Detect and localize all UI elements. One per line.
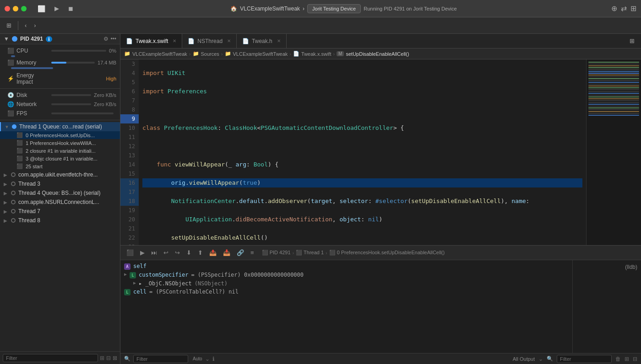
process-dot: [12, 36, 17, 42]
thread-4-item[interactable]: ▶ Thread 4 Queue: BS...ice) (serial): [0, 188, 120, 198]
fps-metric[interactable]: ⬛FPS: [0, 109, 120, 118]
tab-nsthread[interactable]: 📄 NSThread ✕: [182, 34, 237, 48]
sidebar-filter-input[interactable]: [3, 354, 98, 362]
running-label: Running PID 4291 on Jorit Testing Device: [364, 6, 456, 11]
debug-breadcrumb-thread: ⬛ Thread 1: [296, 250, 324, 256]
var-nsobject-name: ▸ _ObjC.NSObject: [139, 280, 192, 287]
debug-view-btn[interactable]: 📤: [207, 248, 219, 257]
output-filter-input[interactable]: [557, 355, 612, 363]
tab-tweak-swift-close[interactable]: ✕: [173, 38, 176, 43]
add-button[interactable]: ⊕: [611, 4, 617, 13]
thread-8-item[interactable]: ▶ Thread 8: [0, 216, 120, 225]
auto-dropdown-btn[interactable]: ⌄: [205, 356, 210, 362]
breadcrumb-method[interactable]: setUpDisableEnableAllCell(): [346, 51, 409, 57]
ln-10: 10: [120, 123, 139, 133]
debug-up-btn[interactable]: ⬆: [196, 248, 205, 257]
mm-l4: [588, 67, 639, 68]
debug-eq-btn[interactable]: ≡: [248, 248, 256, 257]
output-dropdown-btn[interactable]: ⌄: [538, 356, 543, 362]
nav-forward-button[interactable]: ›: [31, 20, 38, 31]
sidebar-toggle-button[interactable]: ⬜: [35, 3, 48, 14]
var-nsobject[interactable]: ▶ ▸ _ObjC.NSObject (NSObject): [124, 279, 569, 288]
mm-l12: [588, 82, 639, 83]
debug-step-out-btn[interactable]: ↪: [173, 248, 182, 257]
var-customspecifier-name: customSpecifier: [139, 272, 188, 278]
stop-button[interactable]: ◼: [65, 3, 76, 14]
energy-icon: ⚡: [7, 75, 14, 82]
breadcrumb-sub-project[interactable]: VLCExampleSwiftTweak: [233, 51, 288, 57]
debug-filter-input[interactable]: [133, 355, 188, 363]
thread-1-sub-25-label: 25 start: [26, 164, 43, 169]
sidebar-more-button[interactable]: •••: [110, 36, 116, 42]
sidebar-settings-button[interactable]: ⚙: [103, 36, 109, 42]
energy-metric[interactable]: ⚡Energy Impact High: [0, 71, 120, 86]
network-metric[interactable]: 🌐Network Zero KB/s: [0, 100, 120, 109]
breadcrumb-method-marker[interactable]: M: [337, 51, 344, 56]
mm-l30: [588, 115, 639, 116]
var-customspecifier[interactable]: ▶ L customSpecifier = (PSSpecifier) 0x00…: [124, 271, 569, 279]
play-button[interactable]: ▶: [52, 3, 62, 14]
breadcrumb-file[interactable]: Tweak.x.swift: [301, 51, 331, 57]
mm-l8: [588, 75, 639, 75]
debug-step-over-btn[interactable]: ⏭: [149, 248, 159, 257]
thread-1-sub-2[interactable]: ⬛ 2 closure #1 in variable initiali...: [0, 147, 120, 155]
mm-l23: [588, 102, 639, 103]
debug-activate-btn[interactable]: ⬛: [124, 248, 136, 257]
breadcrumb-sources[interactable]: Sources: [201, 51, 219, 57]
disk-metric[interactable]: 💿Disk Zero KB/s: [0, 91, 120, 100]
tab-tweak-swift[interactable]: 📄 Tweak.x.swift ✕: [120, 34, 182, 48]
split-button[interactable]: ⇄: [621, 4, 627, 13]
ln-17: 17: [120, 187, 139, 197]
var-customspecifier-value: = (PSSpecifier) 0x0000000000000000: [191, 272, 304, 278]
grid-button[interactable]: ⊞: [4, 20, 14, 31]
debug-breadcrumb-trail: ⬛ PID 4291 › ⬛ Thread 1 › ⬛ 0 Preference…: [262, 250, 445, 256]
code-content[interactable]: import UIKit import Preferences class Pr…: [139, 59, 586, 245]
output-settings-btn[interactable]: ⊟: [633, 356, 637, 362]
debug-link-btn[interactable]: 🔗: [234, 248, 246, 257]
filter-info-btn[interactable]: ℹ: [212, 356, 215, 362]
thread-1-item[interactable]: ▼ Thread 1 Queue: co...read (serial): [0, 122, 120, 131]
debug-down-btn[interactable]: ⬇: [184, 248, 194, 257]
panel-button[interactable]: ⊞: [630, 4, 636, 13]
sidebar-filter-btn-1[interactable]: ⊞: [100, 355, 104, 361]
thread-1-sub-1[interactable]: ⬛ 1 PreferencesHook.viewWillA...: [0, 139, 120, 147]
debug-step-in-btn[interactable]: ↩: [161, 248, 171, 257]
thread-1-sub-25[interactable]: ⬛ 25 start: [0, 162, 120, 170]
memory-metric[interactable]: ⬛Memory 17.4 MB: [0, 58, 120, 67]
tab-tweak-swift-icon: 📄: [126, 38, 133, 44]
titlebar-center: 🏠 VLCExampleSwiftTweak › Jorit Testing D…: [80, 4, 608, 13]
nsurl-thread-item[interactable]: ▶ com.apple.NSURLConnectionL...: [0, 198, 120, 207]
mm-l29: [588, 113, 639, 114]
thread-3-item[interactable]: ▶ Thread 3: [0, 179, 120, 188]
editor-layout-btn[interactable]: ⊞: [627, 34, 637, 48]
breadcrumb-project[interactable]: VLCExampleSwiftTweak: [132, 51, 187, 57]
output-layout-btn[interactable]: ⊞: [625, 356, 629, 362]
debug-sep-2: ›: [326, 250, 327, 256]
debug-mem-btn[interactable]: 📥: [221, 248, 233, 257]
nav-back-button[interactable]: ‹: [22, 20, 29, 31]
frame-icon-1: ⬛: [16, 140, 23, 146]
tab-tweak-h[interactable]: 📄 Tweak.h ✕: [237, 34, 287, 48]
tab-tweak-h-close[interactable]: ✕: [277, 38, 281, 43]
sidebar-filter-btn-3[interactable]: ⊠: [113, 355, 117, 361]
var-self[interactable]: A self: [124, 262, 569, 271]
eventfetch-thread-item[interactable]: ▶ com.apple.uikit.eventfetch-thre...: [0, 170, 120, 179]
device-selector[interactable]: Jorit Testing Device: [307, 4, 361, 13]
thread-1-sub-0[interactable]: ⬛ 0 PreferencesHook.setUpDis...: [0, 131, 120, 139]
thread-1-sub-3[interactable]: ⬛ 3 @objc closure #1 in variable...: [0, 155, 120, 162]
thread-7-item[interactable]: ▶ Thread 7: [0, 207, 120, 216]
cpu-metric[interactable]: ⬛CPU 0%: [0, 46, 120, 55]
thread-1-label: Thread 1 Queue: co...read (serial): [19, 123, 102, 130]
debug-run-btn[interactable]: ▶: [138, 248, 147, 257]
sidebar-filter-btn-2[interactable]: ⊟: [106, 355, 111, 361]
code-area[interactable]: 3 4 5 6 7 8 9 10 11 12 13 14 15 16 17 18: [120, 59, 586, 245]
close-button[interactable]: [5, 6, 10, 11]
minimize-button[interactable]: [13, 6, 18, 11]
maximize-button[interactable]: [21, 6, 27, 11]
var-cell[interactable]: L cell = (PSControlTableCell?) nil: [124, 288, 569, 296]
process-expand-icon: ▼: [4, 36, 9, 42]
thread-4-expand-icon: ▶: [4, 191, 8, 196]
code-line-3: import UIKit: [142, 69, 582, 78]
clear-output-btn[interactable]: 🗑: [615, 356, 621, 362]
tab-nsthread-close[interactable]: ✕: [227, 38, 231, 43]
